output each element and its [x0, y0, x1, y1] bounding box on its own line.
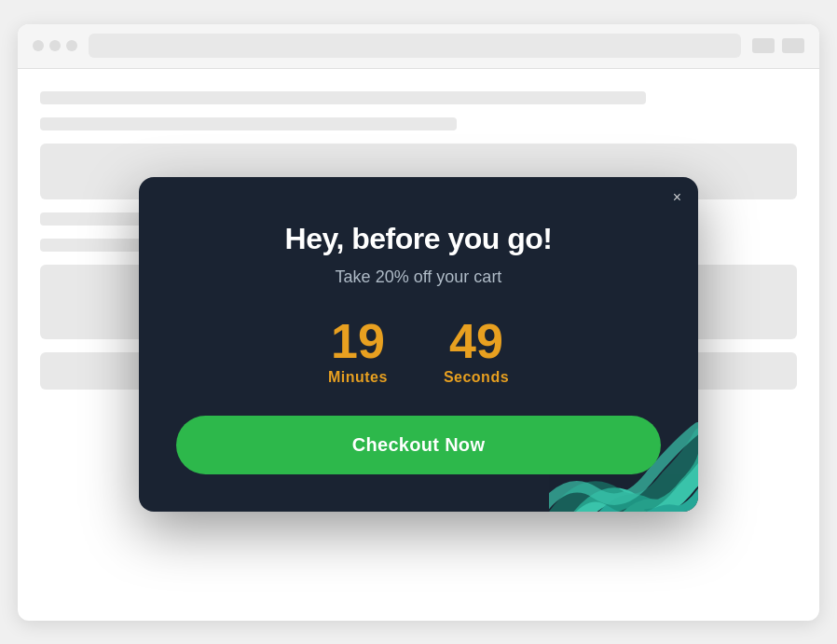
- seconds-value: 49: [449, 317, 503, 365]
- browser-action-1: [752, 38, 775, 53]
- exit-intent-modal: × Hey, before you go! Take 20% off your …: [139, 177, 698, 512]
- dot-yellow: [49, 40, 61, 51]
- minutes-value: 19: [331, 317, 385, 365]
- dot-green: [66, 40, 77, 51]
- browser-actions: [752, 38, 804, 53]
- modal-close-button[interactable]: ×: [673, 190, 681, 205]
- modal-overlay: × Hey, before you go! Take 20% off your …: [18, 69, 819, 621]
- minutes-label: Minutes: [328, 369, 388, 386]
- browser-frame: × Hey, before you go! Take 20% off your …: [18, 24, 819, 621]
- seconds-label: Seconds: [444, 369, 509, 386]
- address-bar[interactable]: [89, 34, 741, 58]
- browser-action-2: [782, 38, 804, 53]
- modal-title: Hey, before you go!: [176, 222, 661, 256]
- countdown-seconds: 49 Seconds: [444, 317, 509, 386]
- countdown-minutes: 19 Minutes: [328, 317, 388, 386]
- page-background-content: × Hey, before you go! Take 20% off your …: [18, 69, 819, 621]
- browser-topbar: [18, 24, 819, 69]
- browser-dots: [33, 40, 77, 51]
- dot-red: [33, 40, 44, 51]
- checkout-now-button[interactable]: Checkout Now: [176, 416, 661, 474]
- modal-subtitle: Take 20% off your cart: [176, 267, 661, 287]
- countdown-timer: 19 Minutes 49 Seconds: [176, 317, 661, 386]
